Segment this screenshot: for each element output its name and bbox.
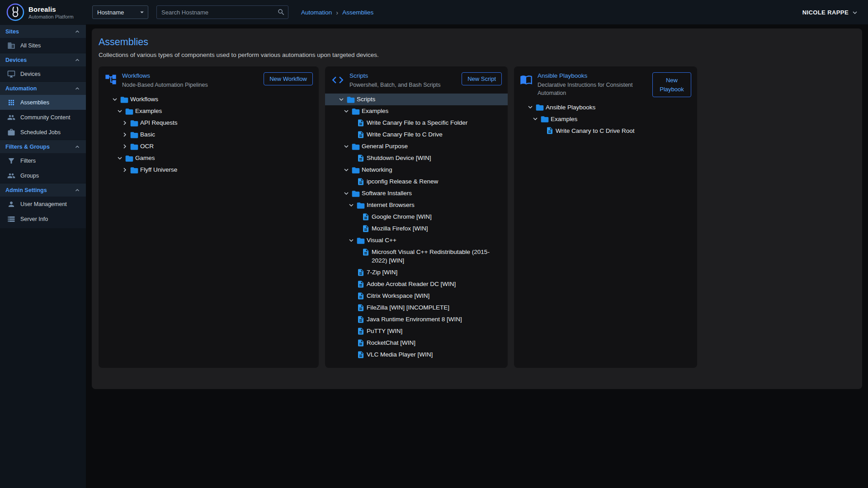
tree-folder-general-purpose[interactable]: General Purpose: [325, 141, 508, 152]
sidebar-section-sites[interactable]: Sites: [0, 24, 86, 38]
tree-file-rocketchat-win[interactable]: RocketChat [WIN]: [325, 337, 508, 349]
tree-file-mozilla-firefox-win[interactable]: Mozilla Firefox [WIN]: [325, 223, 508, 235]
tree-file-vlc-media-player-win[interactable]: VLC Media Player [WIN]: [325, 349, 508, 361]
filters-icon: [7, 157, 15, 165]
tree-file-shutdown-device-win[interactable]: Shutdown Device [WIN]: [325, 152, 508, 164]
sidebar-section-admin-settings[interactable]: Admin Settings: [0, 183, 86, 197]
page-description: Collections of various types of componen…: [99, 52, 855, 58]
tree-item-label: RocketChat [WIN]: [366, 337, 420, 349]
community-content-icon: [7, 113, 15, 122]
tree-folder-visual-c[interactable]: Visual C++: [325, 235, 508, 246]
sidebar-item-filters[interactable]: Filters: [0, 153, 86, 168]
sidebar-item-community-content[interactable]: Community Content: [0, 110, 86, 125]
sidebar-item-server-info[interactable]: Server Info: [0, 211, 86, 226]
sidebar-item-assemblies[interactable]: Assemblies: [0, 95, 86, 110]
tree-folder-basic[interactable]: Basic: [99, 129, 319, 141]
card-ansible-playbooks: Ansible PlaybooksDeclarative Instruction…: [514, 66, 697, 368]
tree-folder-scripts[interactable]: Scripts: [325, 94, 508, 105]
file-icon: [361, 225, 371, 233]
breadcrumb-assemblies[interactable]: Assemblies: [342, 9, 373, 16]
chevron-right-icon: [120, 119, 129, 127]
scheduled-jobs-icon: [7, 128, 15, 136]
tree-folder-ocr[interactable]: OCR: [99, 141, 319, 152]
folder-icon: [119, 95, 129, 104]
folder-icon: [124, 107, 134, 116]
assemblies-icon: [7, 99, 15, 107]
tree-folder-examples[interactable]: Examples: [325, 105, 508, 117]
tree-file-write-canary-file-to-a-specific-folder[interactable]: Write Canary File to a Specific Folder: [325, 117, 508, 129]
chevron-right-icon: [120, 131, 129, 139]
sidebar-section-filters-groups[interactable]: Filters & Groups: [0, 140, 86, 153]
chevron-right-icon: [120, 166, 129, 174]
folder-icon: [129, 142, 139, 151]
chevron-down-icon: [531, 115, 540, 123]
sidebar-item-groups[interactable]: Groups: [0, 168, 86, 183]
tree-folder-ansible-playbooks[interactable]: Ansible Playbooks: [514, 101, 697, 113]
tree-file-write-canary-to-c-drive-root[interactable]: Write Canary to C Drive Root: [514, 125, 697, 136]
new-script-button[interactable]: New Script: [462, 72, 502, 85]
sidebar-item-label: All Sites: [20, 42, 41, 49]
chevron-up-icon: [74, 187, 81, 194]
tree-folder-games[interactable]: Games: [99, 152, 319, 164]
tree-file-filezilla-win-incomplete[interactable]: FileZilla [WIN] [INCOMPLETE]: [325, 302, 508, 314]
tree-file-7-zip-win[interactable]: 7-Zip [WIN]: [325, 267, 508, 278]
tree-file-microsoft-visual-c-redistributable-2015-2022-win[interactable]: Microsoft Visual C++ Redistributable (20…: [325, 246, 508, 267]
sidebar-section-automation[interactable]: Automation: [0, 81, 86, 95]
tree-file-putty-win[interactable]: PuTTY [WIN]: [325, 325, 508, 337]
tree-item-label: Write Canary File to a Specific Folder: [366, 117, 472, 129]
tree-folder-examples[interactable]: Examples: [99, 105, 319, 117]
folder-icon: [124, 154, 134, 163]
app-root: Borealis Automation Platform Hostname Au…: [0, 0, 868, 488]
folder-icon: [351, 189, 361, 198]
sidebar-item-label: Assemblies: [20, 99, 49, 106]
tree-item-label: Software Installers: [361, 188, 416, 199]
tree-file-write-canary-file-to-c-drive[interactable]: Write Canary File to C Drive: [325, 129, 508, 141]
user-menu[interactable]: NICOLE RAPPE: [802, 8, 859, 17]
assemblies-panel: Assemblies Collections of various types …: [92, 28, 862, 389]
tree-folder-software-installers[interactable]: Software Installers: [325, 188, 508, 199]
sidebar-item-all-sites[interactable]: All Sites: [0, 38, 86, 53]
chevron-down-icon: [347, 201, 356, 209]
tree-folder-examples[interactable]: Examples: [514, 113, 697, 125]
new-workflow-button[interactable]: New Workflow: [264, 72, 313, 85]
file-icon: [356, 268, 366, 277]
tree-item-label: Scripts: [356, 94, 380, 105]
scripts-tree: ScriptsExamplesWrite Canary File to a Sp…: [325, 94, 508, 361]
tree-folder-flyff-universe[interactable]: Flyff Universe: [99, 164, 319, 176]
tree-folder-api-requests[interactable]: API Requests: [99, 117, 319, 129]
tree-folder-networking[interactable]: Networking: [325, 164, 508, 176]
brand-name: Borealis: [28, 5, 74, 13]
tree-file-citrix-workspace-win[interactable]: Citrix Workspace [WIN]: [325, 290, 508, 302]
brand-text: Borealis Automation Platform: [28, 5, 74, 19]
tree-folder-internet-browsers[interactable]: Internet Browsers: [325, 199, 508, 211]
card-subtitle: Declarative Instructions for Consistent …: [538, 81, 647, 97]
sidebar-section-devices[interactable]: Devices: [0, 53, 86, 66]
tree-folder-workflows[interactable]: Workflows: [99, 94, 319, 105]
workflow-icon: [104, 73, 117, 86]
breadcrumb-automation[interactable]: Automation: [301, 9, 332, 16]
tree-file-google-chrome-win[interactable]: Google Chrome [WIN]: [325, 211, 508, 223]
sidebar-section-label: Admin Settings: [5, 187, 47, 193]
card-header: ScriptsPowershell, Batch, and Bash Scrip…: [325, 72, 508, 89]
search-hostname-input[interactable]: [156, 5, 288, 19]
sidebar-item-devices[interactable]: Devices: [0, 66, 86, 81]
tree-item-label: OCR: [139, 141, 158, 152]
new-playbook-button[interactable]: New Playbook: [652, 72, 691, 97]
chevron-right-icon: [120, 142, 129, 150]
sidebar-item-user-management[interactable]: User Management: [0, 197, 86, 211]
tree-file-java-runtime-environment-8-win[interactable]: Java Runtime Environment 8 [WIN]: [325, 314, 508, 325]
card-title: Ansible Playbooks: [538, 72, 647, 79]
tree-file-adobe-acrobat-reader-dc-win[interactable]: Adobe Acrobat Reader DC [WIN]: [325, 278, 508, 290]
search-hostname-box: [156, 5, 288, 19]
sidebar-item-label: Community Content: [20, 114, 70, 121]
tree-item-label: Networking: [361, 164, 397, 176]
folder-icon: [540, 115, 550, 124]
file-icon: [361, 248, 371, 256]
sidebar-item-label: User Management: [20, 201, 67, 207]
sidebar-item-scheduled-jobs[interactable]: Scheduled Jobs: [0, 125, 86, 140]
sidebar-section-label: Devices: [5, 57, 27, 63]
tree-item-label: Adobe Acrobat Reader DC [WIN]: [366, 278, 460, 290]
tree-item-label: Mozilla Firefox [WIN]: [371, 223, 433, 235]
hostname-select[interactable]: Hostname: [92, 5, 148, 19]
tree-file-ipconfig-release-renew[interactable]: ipconfig Release & Renew: [325, 176, 508, 188]
